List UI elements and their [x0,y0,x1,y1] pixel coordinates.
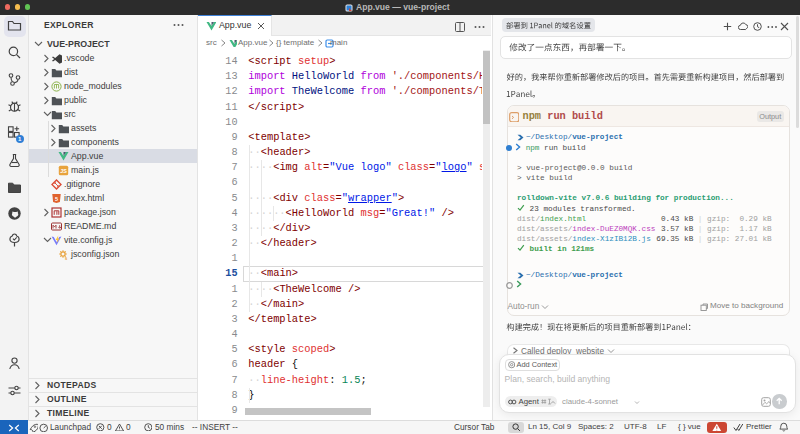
svg-text:JS: JS [60,168,67,174]
svg-text:5: 5 [55,196,58,202]
svg-text:s: s [65,256,68,261]
